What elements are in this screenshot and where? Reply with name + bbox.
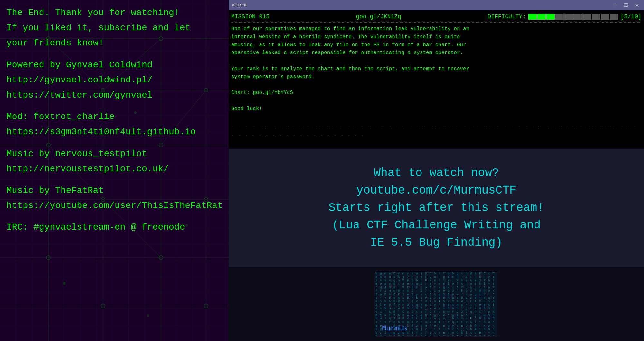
svg-point-14 xyxy=(46,256,50,260)
matrix-col: j a t & l l s s f # 2 a @ 9 E q j t b w … xyxy=(421,272,425,336)
what-to-watch-line1: What to watch now? xyxy=(328,165,544,182)
powered-section: Powered by Gynvael Coldwind http://gynva… xyxy=(6,59,222,102)
irc-label: IRC: #gynvaelstream-en @ freenode xyxy=(6,221,222,233)
powered-label: Powered by Gynvael Coldwind xyxy=(6,59,222,71)
ending-line2: If you liked it, subscribe and let xyxy=(6,22,222,34)
close-button[interactable]: ✕ xyxy=(633,2,641,9)
matrix-col: E m t 5 7 r * t 8 $ A % d 5 * % e k g i … xyxy=(493,272,497,336)
svg-point-15 xyxy=(101,304,105,308)
left-content: The End. Thank you for watching! If you … xyxy=(0,0,229,249)
terminal-body: One of our operatives managed to find an… xyxy=(231,25,641,149)
what-to-watch-text: What to watch now? youtube.com/c/MurmusC… xyxy=(328,165,544,251)
what-to-watch-section: What to watch now? youtube.com/c/MurmusC… xyxy=(229,149,644,267)
terminal-line: One of our operatives managed to find an… xyxy=(231,25,641,33)
youtube-link[interactable]: youtube.com/c/MurmusCTF xyxy=(328,182,544,199)
music2-section: Music by TheFatRat https://youtube.com/u… xyxy=(6,184,222,212)
right-panel: xterm ─ □ ✕ MISSION 015 goo.gl/JKN1Zq DI… xyxy=(229,0,644,341)
thumbnail-inner: h d i B * f $ t & 2 A y 0 b 1 6 k b l ! … xyxy=(375,272,497,336)
ending-line1: The End. Thank you for watching! xyxy=(6,6,222,19)
matrix-col: n E 1 x d l 2 ^ q v ^ l e D 3 @ 9 6 p h … xyxy=(412,272,416,336)
mission-label: MISSION 015 xyxy=(231,14,270,20)
xterm-content: MISSION 015 goo.gl/JKN1Zq DIFFICULTY: [5… xyxy=(229,10,644,149)
terminal-line xyxy=(231,81,641,89)
mod-url: https://s3gm3nt4ti0nf4ult.github.io xyxy=(6,126,222,138)
difficulty-score: [5/10] xyxy=(620,14,641,20)
xterm-controls: ─ □ ✕ xyxy=(611,2,641,9)
subtitle-line2: IE 5.5 Bug Finding) xyxy=(328,234,544,251)
matrix-col: x ! 6 % 7 k ! 8 w a ^ 2 b % t E j $ 6 f … xyxy=(461,272,466,336)
xterm-window: xterm ─ □ ✕ MISSION 015 goo.gl/JKN1Zq DI… xyxy=(229,0,644,149)
matrix-col: e i s l k 0 0 n x 5 8 w * r # g c 4 9 F … xyxy=(448,272,452,336)
terminal-line: system operator's password. xyxy=(231,73,641,81)
powered-url2: https://twitter.com/gynvael xyxy=(6,89,222,101)
terminal-line: operative leaked a script responsible fo… xyxy=(231,49,641,57)
starts-line: Starts right after this stream! xyxy=(328,199,544,217)
powered-url1: http://gynvael.coldwind.pl/ xyxy=(6,74,222,86)
matrix-col: C 0 7 l 1 @ # 6 E 8 0 ^ w A b x a ^ n b … xyxy=(484,272,488,336)
terminal-line: Your task is to analyze the chart and th… xyxy=(231,65,641,73)
separator-line: - - - - - - - - - - - - - - - - - - - - … xyxy=(231,124,641,140)
mod-section: Mod: foxtrot_charlie https://s3gm3nt4ti0… xyxy=(6,110,222,138)
mission-link: goo.gl/JKN1Zq xyxy=(356,14,401,20)
terminal-line xyxy=(231,143,641,149)
irc-section: IRC: #gynvaelstream-en @ freenode xyxy=(6,221,222,233)
matrix-col: e 0 a 3 n ^ g 8 m k e F y * l @ 4 a ! 6 … xyxy=(475,272,479,336)
difficulty-area: DIFFICULTY: [5/10] xyxy=(488,14,641,20)
music1-url: http://nervoustestpilot.co.uk/ xyxy=(6,163,222,175)
matrix-col: h d i B * f $ t & 2 A y 0 b 1 6 k b l ! … xyxy=(375,272,380,336)
matrix-col: D y e 8 5 u 8 2 i 7 v C 6 a x * u t 6 j … xyxy=(430,272,434,336)
music2-label: Music by TheFatRat xyxy=(6,184,222,197)
left-panel: The End. Thank you for watching! If you … xyxy=(0,0,229,341)
music1-label: Music by nervous_testpilot xyxy=(6,147,222,160)
svg-point-20 xyxy=(159,256,163,260)
xterm-title: xterm xyxy=(232,2,247,8)
subtitle-line1: (Lua CTF Challenge Writing and xyxy=(328,217,544,234)
matrix-col: n & e n u 0 a E k F j 7 ^ e 9 9 p l i A … xyxy=(466,272,470,336)
matrix-col: F o 3 5 t @ i 4 v 9 o C i 9 * 4 1 D g e … xyxy=(479,272,484,336)
terminal-line xyxy=(231,97,641,105)
ending-line3: your friends know! xyxy=(6,37,222,49)
terminal-line: amusing, as it allows to leak any file o… xyxy=(231,41,641,49)
bottom-right: What to watch now? youtube.com/c/MurmusC… xyxy=(229,149,644,341)
music1-section: Music by nervous_testpilot http://nervou… xyxy=(6,147,222,175)
thumbnail-area[interactable]: h d i B * f $ t & 2 A y 0 b 1 6 k b l ! … xyxy=(229,267,644,341)
svg-point-21 xyxy=(204,304,208,308)
matrix-col: r 3 z % x E @ m m r x u w y $ p 1 4 3 d … xyxy=(439,272,443,336)
maximize-button[interactable]: □ xyxy=(622,2,630,8)
matrix-col: 8 F F 7 w 7 y # 3 e j # 8 4 4 m 2 7 5 u … xyxy=(425,272,430,336)
mod-label: Mod: foxtrot_charlie xyxy=(6,110,222,123)
matrix-col: g 0 % f 8 * e c 3 w q 2 & 3 E c 8 C t y … xyxy=(457,272,461,336)
murmus-label: Murmus xyxy=(382,325,407,333)
terminal-line xyxy=(231,113,641,121)
terminal-line: Chart: goo.gl/YbYYcS xyxy=(231,89,641,97)
terminal-line: internal website of a hostile syndicate.… xyxy=(231,33,641,41)
ending-section: The End. Thank you for watching! If you … xyxy=(6,6,222,50)
music2-url: https://youtube.com/user/ThisIsTheFatRat xyxy=(6,199,222,212)
mission-header: MISSION 015 goo.gl/JKN1Zq DIFFICULTY: [5… xyxy=(231,12,641,23)
difficulty-label: DIFFICULTY: xyxy=(488,14,526,20)
xterm-titlebar: xterm ─ □ ✕ xyxy=(229,0,644,10)
matrix-col: 6 u # v 7 C & 7 o e w F g e 9 0 1 A 4 o … xyxy=(434,272,439,336)
matrix-col: C g 1 E g u 3 D % h x E # y ! n l u s i … xyxy=(443,272,448,336)
minimize-button[interactable]: ─ xyxy=(611,2,619,8)
terminal-line xyxy=(231,57,641,65)
matrix-col: 6 E j o z 3 6 g 9 A n f g 9 q y E n g v … xyxy=(452,272,457,336)
matrix-col: @ i A n & 3 n z F 4 f q ! F a h h A z C … xyxy=(470,272,475,336)
matrix-col: w C b q # ! y h 2 q % s x r v 2 u # 1 7 … xyxy=(416,272,421,336)
matrix-col: y 7 y o C 6 e B l w % o u v 8 l l c 1 y … xyxy=(407,272,412,336)
svg-point-30 xyxy=(63,282,66,285)
svg-point-31 xyxy=(147,314,149,317)
terminal-line: Good luck! xyxy=(231,105,641,113)
difficulty-bar xyxy=(528,14,618,20)
matrix-col: x 2 h ^ n 0 ! q s & 3 p 3 n w e 8 ^ u 2 … xyxy=(488,272,493,336)
